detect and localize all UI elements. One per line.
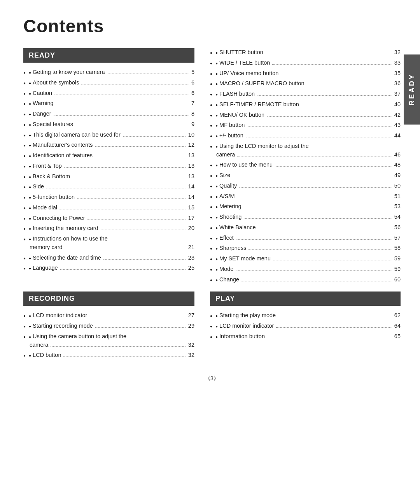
bullet-icon: ●	[215, 313, 218, 319]
list-item: ● Language25	[23, 264, 194, 272]
dot-leader	[103, 259, 186, 260]
item-text-second-line: camera	[216, 151, 235, 159]
page-number-ref: 59	[394, 265, 401, 274]
dot-leader	[236, 270, 392, 271]
item-text: 5-function button	[33, 193, 75, 202]
page-number-ref: 23	[188, 254, 194, 262]
item-text: This digital camera can be used for	[33, 131, 121, 139]
bullet-icon: ●	[215, 112, 218, 118]
item-text: Metering	[219, 202, 241, 211]
bottom-sections: RECORDING ● LCD monitor indicator27● Sta…	[23, 292, 401, 367]
page-number-ref: 62	[394, 311, 401, 320]
item-text: Special features	[33, 120, 73, 129]
list-item: ● SELF-TIMER / REMOTE button40	[210, 100, 401, 109]
item-text: SELF-TIMER / REMOTE button	[219, 100, 299, 109]
list-item: ● LCD monitor indicator64	[210, 322, 401, 330]
list-item: ● Metering53	[210, 202, 401, 211]
list-item: ● Sharpness58	[210, 244, 401, 253]
bullet-icon: ●	[29, 236, 31, 242]
dot-leader	[46, 188, 186, 188]
bullet-icon: ●	[29, 70, 31, 76]
item-text: Side	[33, 183, 44, 191]
bullet-icon: ●	[215, 162, 218, 168]
list-item: ● Caution6	[23, 89, 194, 98]
dot-leader	[242, 281, 392, 281]
list-item: ● Mode59	[210, 265, 401, 274]
item-text: Using the camera button to adjust the	[33, 332, 194, 341]
bullet-icon: ●	[215, 71, 218, 77]
page-number-ref: 40	[394, 100, 401, 109]
list-item: ● White Balance56	[210, 223, 401, 232]
dot-leader	[75, 126, 189, 126]
bullet-icon: ●	[29, 142, 31, 148]
item-text: Size	[219, 171, 230, 180]
ready-section-header: READY	[23, 48, 194, 63]
page-number-ref: 8	[191, 110, 194, 118]
item-text: LCD monitor indicator	[33, 311, 87, 320]
dot-leader	[64, 167, 186, 168]
page-number-ref: 57	[394, 234, 401, 242]
list-item: ● How to use the menu48	[210, 161, 401, 169]
dot-leader	[267, 116, 392, 117]
dot-leader	[54, 115, 189, 116]
list-item: ● Information button65	[210, 332, 401, 341]
dot-leader	[239, 187, 392, 188]
main-content: READY ● Getting to know your camera5● Ab…	[23, 48, 401, 292]
page-number-ref: 21	[188, 243, 194, 252]
page-number-ref: 32	[188, 351, 194, 360]
dot-leader	[247, 126, 392, 127]
list-item: ● Starting recording mode29	[23, 322, 194, 330]
list-item: ● WIDE / TELE button33	[210, 59, 401, 67]
item-text: Identification of features	[33, 151, 93, 160]
dot-leader	[267, 338, 392, 338]
bullet-icon: ●	[215, 267, 218, 272]
bullet-icon: ●	[29, 184, 31, 190]
dot-leader	[258, 229, 392, 229]
bullet-icon: ●	[215, 133, 218, 139]
item-text: Instructions on how to use the	[33, 235, 194, 243]
list-item: ● About the symbols6	[23, 79, 194, 87]
bullet-icon: ●	[215, 81, 218, 87]
page-number-ref: 6	[191, 79, 194, 87]
recording-section-header: RECORDING	[23, 292, 194, 306]
bullet-icon: ●	[215, 183, 218, 189]
page-number-ref: 15	[188, 204, 194, 212]
dot-leader	[72, 178, 186, 178]
page-number-ref: 7	[191, 99, 194, 108]
list-item: ● FLASH button37	[210, 90, 401, 98]
item-text: White Balance	[219, 223, 256, 232]
list-item: ● UP/ Voice memo button35	[210, 69, 401, 78]
list-item: ● Using the camera button to adjust thec…	[23, 332, 194, 349]
list-item: ● +/- button44	[210, 132, 401, 140]
bullet-icon: ●	[29, 255, 31, 261]
page-number-ref: 48	[394, 161, 401, 169]
page-number-ref: 53	[394, 202, 401, 211]
page-number-ref: 17	[188, 214, 194, 223]
dot-leader	[244, 218, 392, 219]
dot-leader	[248, 249, 392, 250]
dot-leader	[244, 208, 392, 208]
item-text: Manufacturer's contents	[33, 141, 93, 149]
page-number-ref: 50	[394, 182, 401, 190]
item-text: WIDE / TELE button	[219, 59, 270, 67]
dot-leader	[275, 166, 392, 167]
bullet-icon: ●	[215, 60, 218, 66]
item-text: My SET mode menu	[219, 255, 271, 263]
page-number-ref: 51	[394, 192, 401, 201]
page-number-ref: 37	[394, 90, 401, 98]
item-text: FLASH button	[219, 90, 255, 98]
bullet-icon: ●	[215, 91, 218, 97]
page-number-ref: 42	[394, 111, 401, 119]
list-item: ● MF button43	[210, 121, 401, 130]
item-text: Starting the play mode	[219, 311, 276, 320]
bullet-icon: ●	[29, 80, 31, 86]
item-text: Caution	[33, 89, 52, 98]
ready-side-tab: READY	[404, 54, 420, 125]
item-text: Back & Bottom	[33, 172, 70, 181]
item-text: Getting to know your camera	[33, 68, 105, 77]
item-text: Inserting the memory card	[33, 224, 98, 233]
page-number-ref: 13	[188, 162, 194, 170]
dot-leader	[63, 356, 186, 357]
list-item: ● Starting the play mode62	[210, 311, 401, 320]
page-number-ref: 14	[188, 193, 194, 202]
